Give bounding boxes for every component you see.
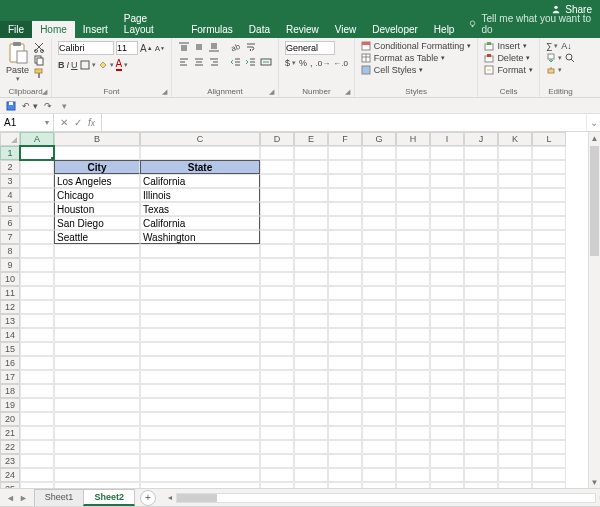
cell[interactable]	[362, 160, 396, 174]
save-icon[interactable]	[6, 101, 16, 111]
cell[interactable]	[20, 398, 54, 412]
cell[interactable]	[20, 202, 54, 216]
cell[interactable]	[532, 356, 566, 370]
cell[interactable]	[20, 300, 54, 314]
align-left-icon[interactable]	[178, 56, 190, 68]
row-header[interactable]: 6	[0, 216, 20, 230]
cell[interactable]	[260, 440, 294, 454]
cell[interactable]	[294, 160, 328, 174]
cell[interactable]	[430, 426, 464, 440]
cell[interactable]: San Diego	[54, 216, 140, 230]
cell[interactable]	[54, 286, 140, 300]
cell[interactable]	[260, 230, 294, 244]
row-header[interactable]: 21	[0, 426, 20, 440]
italic-button[interactable]: I	[67, 60, 70, 70]
cell[interactable]	[294, 258, 328, 272]
cell[interactable]	[498, 146, 532, 160]
cell[interactable]	[20, 146, 54, 160]
column-header[interactable]: C	[140, 132, 260, 146]
cell[interactable]	[498, 314, 532, 328]
cell[interactable]	[294, 412, 328, 426]
cell[interactable]	[430, 398, 464, 412]
cell[interactable]	[532, 258, 566, 272]
cell[interactable]	[464, 356, 498, 370]
cell[interactable]	[140, 440, 260, 454]
align-right-icon[interactable]	[208, 56, 220, 68]
cell[interactable]	[532, 216, 566, 230]
cell[interactable]	[430, 146, 464, 160]
cell[interactable]	[464, 468, 498, 482]
align-middle-icon[interactable]	[193, 41, 205, 53]
enter-formula-icon[interactable]: ✓	[74, 117, 82, 128]
cell[interactable]	[140, 468, 260, 482]
select-all-corner[interactable]	[0, 132, 20, 146]
cell[interactable]	[498, 286, 532, 300]
cell[interactable]	[498, 398, 532, 412]
cell[interactable]	[464, 412, 498, 426]
delete-cells-button[interactable]: Delete▾	[484, 53, 530, 63]
tab-page-layout[interactable]: Page Layout	[116, 10, 183, 38]
tab-help[interactable]: Help	[426, 21, 463, 38]
cell[interactable]	[498, 342, 532, 356]
cell[interactable]	[328, 286, 362, 300]
cell[interactable]	[140, 356, 260, 370]
cell[interactable]	[396, 482, 430, 488]
cell[interactable]	[396, 216, 430, 230]
vertical-scrollbar[interactable]: ▲ ▼	[588, 132, 600, 488]
cell[interactable]	[140, 244, 260, 258]
row-header[interactable]: 2	[0, 160, 20, 174]
cell[interactable]	[498, 412, 532, 426]
border-button[interactable]	[80, 60, 96, 70]
comma-format-icon[interactable]: ,	[310, 58, 313, 68]
cell[interactable]	[464, 216, 498, 230]
cell[interactable]	[498, 370, 532, 384]
sort-filter-button[interactable]: A↓	[561, 41, 572, 51]
cell[interactable]	[362, 454, 396, 468]
cell[interactable]	[396, 160, 430, 174]
cell[interactable]	[328, 314, 362, 328]
row-header[interactable]: 3	[0, 174, 20, 188]
cell[interactable]	[498, 230, 532, 244]
cell[interactable]	[464, 398, 498, 412]
column-header[interactable]: D	[260, 132, 294, 146]
row-header[interactable]: 18	[0, 384, 20, 398]
alignment-dialog-launcher[interactable]: ◢	[269, 88, 274, 96]
cell[interactable]	[532, 230, 566, 244]
sheet-nav-prev[interactable]: ◄	[6, 493, 15, 503]
cell[interactable]	[328, 216, 362, 230]
cell[interactable]	[430, 174, 464, 188]
cell[interactable]	[498, 272, 532, 286]
cell[interactable]	[532, 272, 566, 286]
undo-button[interactable]: ↶ ▾	[22, 101, 38, 111]
cell[interactable]	[54, 468, 140, 482]
cell[interactable]	[54, 412, 140, 426]
formula-input[interactable]	[102, 114, 586, 131]
row-header[interactable]: 24	[0, 468, 20, 482]
cell[interactable]	[260, 314, 294, 328]
tab-data[interactable]: Data	[241, 21, 278, 38]
cell[interactable]	[532, 454, 566, 468]
horizontal-scrollbar[interactable]: ◄ ►	[176, 493, 596, 503]
cell[interactable]	[464, 370, 498, 384]
cell[interactable]: Texas	[140, 202, 260, 216]
row-header[interactable]: 9	[0, 258, 20, 272]
cell[interactable]	[498, 454, 532, 468]
cell[interactable]	[430, 272, 464, 286]
cell[interactable]	[140, 258, 260, 272]
cell[interactable]	[260, 342, 294, 356]
increase-font-icon[interactable]: A▲	[140, 43, 153, 54]
cell[interactable]	[328, 160, 362, 174]
cell[interactable]	[498, 440, 532, 454]
redo-button[interactable]: ↷	[44, 101, 52, 111]
cell[interactable]	[362, 300, 396, 314]
cell[interactable]	[260, 272, 294, 286]
cell[interactable]	[260, 384, 294, 398]
column-header[interactable]: H	[396, 132, 430, 146]
sheet-nav-next[interactable]: ►	[19, 493, 28, 503]
cell[interactable]	[294, 174, 328, 188]
cell[interactable]	[498, 188, 532, 202]
cell[interactable]	[140, 454, 260, 468]
cell[interactable]	[430, 202, 464, 216]
cell[interactable]	[396, 412, 430, 426]
cell[interactable]	[532, 468, 566, 482]
